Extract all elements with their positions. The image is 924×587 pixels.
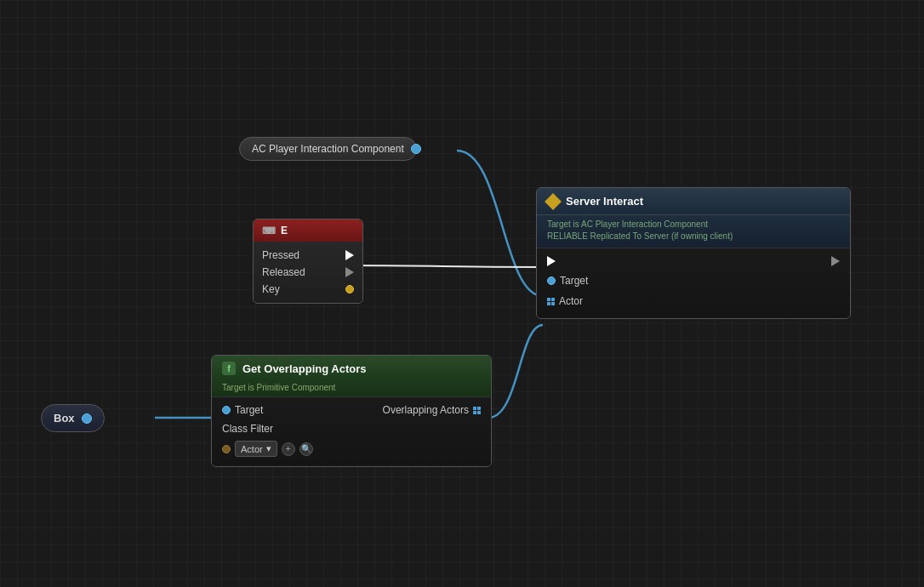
server-interact-diamond-icon	[545, 193, 562, 210]
overlap-title: Get Overlapping Actors	[242, 362, 366, 375]
overlapping-actors-label: Overlapping Actors	[383, 404, 469, 416]
server-actor-grid-icon	[547, 298, 555, 305]
ac-player-output-pin[interactable]	[411, 144, 421, 154]
class-filter-add-button[interactable]: +	[282, 442, 295, 456]
e-key-body: Pressed Released Key	[254, 242, 362, 303]
e-key-title: E	[281, 225, 288, 237]
e-key-header: ⌨ E	[254, 219, 362, 242]
server-exec-out-pin[interactable]	[831, 256, 840, 266]
released-exec-pin[interactable]	[345, 267, 354, 277]
func-icon: f	[222, 362, 236, 375]
overlap-subtitle: Target is Primitive Component	[212, 381, 491, 397]
key-label: Key	[262, 283, 280, 295]
overlap-target-row: Target Overlapping Actors	[212, 401, 491, 419]
pressed-row: Pressed	[254, 247, 362, 264]
key-output-pin[interactable]	[345, 285, 354, 294]
server-actor-row: Actor	[537, 291, 850, 311]
node-box[interactable]: Box	[41, 404, 105, 432]
dropdown-chevron-icon: ▾	[266, 443, 271, 454]
class-filter-label-row: Class Filter	[212, 419, 491, 438]
keyboard-icon: ⌨	[262, 225, 276, 237]
overlap-subtitle-text: Target is Primitive Component	[222, 383, 335, 392]
server-target-row: Target	[537, 271, 850, 291]
overlapping-actors-output-pin[interactable]	[473, 407, 481, 414]
server-exec-in-pin[interactable]	[547, 256, 556, 266]
server-exec-row	[537, 252, 850, 271]
server-subtitle-line1: Target is AC Player Interaction Componen…	[547, 219, 840, 231]
released-label: Released	[262, 266, 305, 278]
actor-option-label: Actor	[241, 444, 263, 454]
ac-player-label: AC Player Interaction Component	[252, 143, 404, 155]
actor-dropdown[interactable]: Actor ▾	[235, 441, 277, 457]
class-filter-label: Class Filter	[222, 423, 273, 435]
overlap-header: f Get Overlapping Actors	[212, 356, 491, 381]
overlap-target-input-pin[interactable]	[222, 406, 231, 414]
server-interact-title: Server Interact	[566, 195, 643, 208]
key-row: Key	[254, 281, 362, 298]
server-interact-subtitle: Target is AC Player Interaction Componen…	[537, 215, 850, 248]
node-ac-player-interaction[interactable]: AC Player Interaction Component	[239, 137, 417, 161]
class-filter-search-button[interactable]: 🔍	[299, 442, 313, 456]
pressed-exec-pin[interactable]	[345, 250, 354, 260]
server-interact-header: Server Interact	[537, 188, 850, 215]
class-filter-input-pin[interactable]	[222, 445, 231, 453]
server-target-input-pin[interactable]	[547, 276, 556, 285]
server-interact-body: Target Actor	[537, 248, 850, 318]
node-server-interact[interactable]: Server Interact Target is AC Player Inte…	[536, 187, 851, 319]
box-output-pin[interactable]	[82, 413, 92, 424]
server-subtitle-line2: RELIABLE Replicated To Server (if owning…	[547, 231, 840, 242]
overlap-body: Target Overlapping Actors Class Filter A…	[212, 397, 491, 466]
box-label: Box	[54, 412, 75, 425]
overlap-target-label: Target	[235, 404, 263, 416]
server-target-label: Target	[560, 275, 588, 287]
node-e-key[interactable]: ⌨ E Pressed Released Key	[253, 219, 363, 304]
pressed-label: Pressed	[262, 249, 299, 261]
class-filter-input-row: Actor ▾ + 🔍	[212, 438, 491, 459]
node-get-overlapping-actors[interactable]: f Get Overlapping Actors Target is Primi…	[211, 355, 492, 467]
released-row: Released	[254, 264, 362, 281]
server-actor-label: Actor	[559, 295, 583, 307]
